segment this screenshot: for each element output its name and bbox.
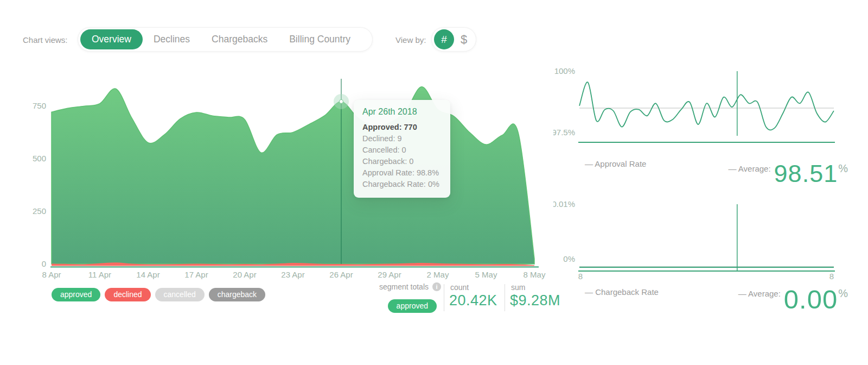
svg-text:2 May: 2 May: [427, 270, 449, 279]
svg-text:750: 750: [33, 101, 46, 110]
svg-text:8: 8: [829, 272, 834, 281]
tab-billing-country[interactable]: Billing Country: [278, 29, 361, 49]
svg-text:17 Apr: 17 Apr: [184, 270, 208, 279]
chart-views-tab-group: Overview Declines Chargebacks Billing Co…: [78, 27, 373, 52]
svg-text:8: 8: [578, 272, 583, 281]
approval-rate-chart[interactable]: 100%97.5%: [553, 64, 846, 147]
svg-text:500: 500: [33, 154, 46, 163]
chargeback-average: — Average: 0.00 %: [738, 286, 848, 313]
sum-label: sum: [511, 283, 525, 292]
svg-text:8 May: 8 May: [524, 270, 546, 279]
currency-toggle-icon[interactable]: $: [461, 33, 467, 47]
percent-sign: %: [838, 287, 848, 300]
svg-text:11 Apr: 11 Apr: [88, 270, 111, 279]
transactions-area-chart[interactable]: 02505007508 Apr11 Apr14 Apr17 Apr20 Apr2…: [22, 71, 559, 284]
x-axis-labels: 8 Apr11 Apr14 Apr17 Apr20 Apr23 Apr26 Ap…: [42, 270, 545, 279]
tab-chargebacks[interactable]: Chargebacks: [201, 29, 278, 49]
info-icon[interactable]: i: [432, 282, 441, 291]
average-label: — Average:: [738, 289, 781, 298]
segment-pill-approved: approved: [388, 299, 437, 313]
svg-text:23 Apr: 23 Apr: [281, 270, 304, 279]
count-label: count: [450, 283, 469, 292]
tab-overview[interactable]: Overview: [80, 29, 143, 49]
tooltip-chargeback: Chargeback: 0: [362, 156, 442, 167]
svg-text:97.5%: 97.5%: [553, 128, 575, 137]
tooltip-declined: Declined: 9: [362, 133, 442, 144]
segment-totals-label: segment totals: [374, 282, 429, 291]
svg-text:20 Apr: 20 Apr: [233, 270, 256, 279]
approval-average: — Average: 98.51 %: [728, 161, 848, 186]
tooltip-approval-rate: Approval Rate: 98.8%: [362, 167, 442, 179]
approval-rate-series-label: — Approval Rate: [585, 159, 646, 168]
y-axis-labels: 0250500750: [33, 101, 46, 268]
legend-pill-cancelled[interactable]: cancelled: [155, 288, 205, 301]
approval-rate-panel: 100%97.5%: [553, 64, 846, 149]
tooltip-chargeback-rate: Chargeback Rate: 0%: [362, 179, 442, 190]
y-axis-labels: 100%97.5%: [553, 66, 575, 137]
svg-text:100%: 100%: [554, 66, 575, 75]
chargeback-average-value: 0.00: [784, 286, 838, 313]
chargeback-rate-chart[interactable]: 0.01%0%88: [553, 196, 846, 284]
segment-totals: segment totals i approved count 20.42K s…: [374, 281, 561, 314]
svg-text:26 Apr: 26 Apr: [329, 270, 353, 279]
svg-text:8 Apr: 8 Apr: [42, 270, 61, 279]
approval-average-value: 98.51: [774, 161, 838, 186]
legend-pill-approved[interactable]: approved: [52, 288, 100, 301]
average-label: — Average:: [728, 164, 770, 173]
divider: [505, 284, 505, 311]
view-by-label: View by:: [395, 35, 426, 45]
svg-text:5 May: 5 May: [475, 270, 497, 279]
svg-text:29 Apr: 29 Apr: [378, 270, 401, 279]
dashboard: Chart views: Overview Declines Chargebac…: [0, 0, 868, 365]
approved-area: [52, 87, 534, 264]
tooltip-approved: Approved: 770: [362, 122, 442, 133]
divider: [444, 284, 444, 311]
chart-views-label: Chart views:: [23, 35, 68, 45]
chargeback-rate-panel: 0.01%0%88: [553, 196, 846, 286]
svg-text:0.01%: 0.01%: [553, 199, 575, 209]
legend-pill-declined[interactable]: declined: [105, 288, 150, 301]
tab-declines[interactable]: Declines: [143, 29, 201, 49]
chart-tooltip: Apr 26th 2018 Approved: 770 Declined: 9 …: [354, 100, 450, 198]
tooltip-date: Apr 26th 2018: [362, 107, 442, 117]
svg-text:250: 250: [33, 206, 46, 216]
svg-text:14 Apr: 14 Apr: [136, 270, 159, 279]
count-toggle-icon[interactable]: #: [434, 29, 454, 49]
transactions-chart-panel: 02505007508 Apr11 Apr14 Apr17 Apr20 Apr2…: [22, 71, 559, 315]
view-by-toggle: # $: [431, 27, 476, 52]
count-value: 20.42K: [449, 292, 497, 309]
sum-value: $9.28M: [510, 292, 560, 309]
svg-text:0: 0: [42, 259, 46, 268]
chart-legend: approved declined cancelled chargeback: [52, 288, 270, 301]
cursor-point: [340, 99, 343, 103]
rate-line: [579, 82, 834, 130]
tooltip-cancelled: Cancelled: 0: [362, 144, 442, 156]
chargeback-rate-series-label: — Chargeback Rate: [585, 287, 659, 297]
svg-text:0%: 0%: [563, 254, 575, 263]
legend-pill-chargeback[interactable]: chargeback: [209, 288, 265, 301]
percent-sign: %: [838, 162, 848, 175]
x-axis-labels: 88: [578, 272, 834, 281]
y-axis-labels: 0.01%0%: [553, 199, 575, 263]
